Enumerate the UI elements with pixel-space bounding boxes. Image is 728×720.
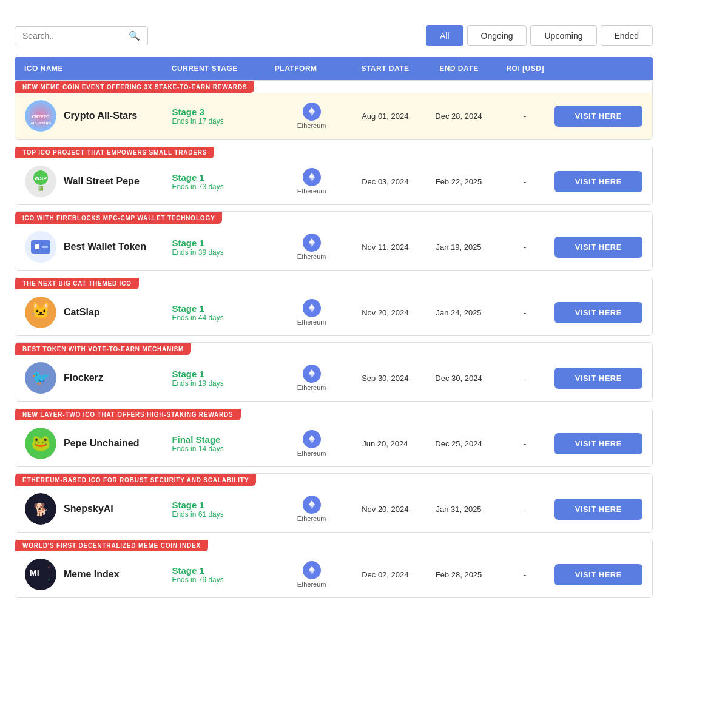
ico-logo-shepsky-ai: 🐕 bbox=[25, 493, 56, 525]
stage-label-catslap: Stage 1 bbox=[172, 303, 275, 314]
ico-name-text-catslap: CatSlap bbox=[64, 307, 100, 318]
end-date-flockerz: Dec 30, 2024 bbox=[422, 374, 495, 383]
platform-label-flockerz: Ethereum bbox=[297, 384, 326, 391]
table-row: WSP💹Wall Street PepeStage 1Ends in 73 da… bbox=[15, 158, 652, 204]
section-banner-crypto-all-stars: NEW MEME COIN EVENT OFFERING 3X STAKE-TO… bbox=[15, 81, 254, 93]
filter-upcoming-button[interactable]: Upcoming bbox=[530, 25, 596, 46]
ico-logo-flockerz: 🐦 bbox=[25, 362, 56, 394]
roi-catslap: - bbox=[496, 308, 554, 317]
section-banner-wall-street-pepe: TOP ICO PROJECT THAT EMPOWERS SMALL TRAD… bbox=[15, 147, 214, 158]
ico-logo-catslap: 🐱 bbox=[25, 297, 56, 328]
platform-label-catslap: Ethereum bbox=[297, 318, 326, 326]
visit-button-crypto-all-stars[interactable]: VISIT HERE bbox=[554, 106, 642, 127]
svg-text:🐦: 🐦 bbox=[32, 369, 50, 386]
svg-text:WSP: WSP bbox=[35, 175, 47, 181]
visit-button-wall-street-pepe[interactable]: VISIT HERE bbox=[554, 171, 642, 192]
ico-name-text-pepe-unchained: Pepe Unchained bbox=[64, 438, 139, 449]
end-date-shepsky-ai: Jan 31, 2025 bbox=[422, 505, 495, 514]
ico-name-cell-shepsky-ai: 🐕ShepskyAI bbox=[25, 493, 172, 525]
ico-name-cell-flockerz: 🐦Flockerz bbox=[25, 362, 172, 394]
ico-name-text-crypto-all-stars: Crypto All-Stars bbox=[64, 110, 137, 121]
stage-cell-meme-index: Stage 1Ends in 79 days bbox=[172, 565, 275, 584]
start-date-pepe-unchained: Jun 20, 2024 bbox=[348, 439, 422, 448]
ico-name-cell-pepe-unchained: 🐸Pepe Unchained bbox=[25, 428, 172, 459]
stage-cell-pepe-unchained: Final StageEnds in 14 days bbox=[172, 434, 275, 453]
svg-rect-17 bbox=[35, 244, 39, 249]
ico-section-pepe-unchained: NEW LAYER-TWO ICO THAT OFFERS HIGH-STAKI… bbox=[15, 408, 653, 467]
ico-section-crypto-all-stars: NEW MEME COIN EVENT OFFERING 3X STAKE-TO… bbox=[15, 80, 653, 140]
stage-ends-best-wallet-token: Ends in 39 days bbox=[172, 248, 275, 257]
platform-cell-meme-index: Ethereum bbox=[275, 561, 348, 588]
svg-text:ALL-STARS: ALL-STARS bbox=[30, 121, 51, 125]
platform-label-crypto-all-stars: Ethereum bbox=[297, 122, 326, 129]
search-icon[interactable]: 🔍 bbox=[129, 30, 140, 41]
ico-name-cell-crypto-all-stars: CRYPTOALL-STARSCrypto All-Stars bbox=[25, 100, 172, 132]
start-date-shepsky-ai: Nov 20, 2024 bbox=[348, 505, 422, 514]
visit-button-catslap[interactable]: VISIT HERE bbox=[554, 302, 642, 323]
roi-wall-street-pepe: - bbox=[496, 177, 554, 186]
stage-label-meme-index: Stage 1 bbox=[172, 565, 275, 576]
filter-ended-button[interactable]: Ended bbox=[601, 25, 653, 46]
table-row: Best Wallet TokenStage 1Ends in 39 days … bbox=[15, 224, 652, 270]
platform-cell-catslap: Ethereum bbox=[275, 299, 348, 326]
ico-section-shepsky-ai: ETHEREUM-BASED ICO FOR ROBUST SECURITY A… bbox=[15, 473, 653, 533]
stage-ends-meme-index: Ends in 79 days bbox=[172, 576, 275, 584]
header-ico-name: ICO NAME bbox=[24, 64, 172, 73]
platform-cell-wall-street-pepe: Ethereum bbox=[275, 168, 348, 195]
stage-ends-shepsky-ai: Ends in 61 days bbox=[172, 510, 275, 519]
start-date-best-wallet-token: Nov 11, 2024 bbox=[348, 243, 422, 252]
ico-logo-best-wallet-token bbox=[25, 231, 56, 263]
ico-section-meme-index: WORLD'S FIRST DECENTRALIZED MEME COIN IN… bbox=[15, 539, 653, 598]
end-date-crypto-all-stars: Dec 28, 2024 bbox=[422, 112, 495, 121]
banner-wrap-pepe-unchained: NEW LAYER-TWO ICO THAT OFFERS HIGH-STAKI… bbox=[15, 408, 652, 420]
platform-cell-crypto-all-stars: Ethereum bbox=[275, 103, 348, 129]
stage-cell-flockerz: Stage 1Ends in 19 days bbox=[172, 369, 275, 388]
svg-text:MI: MI bbox=[30, 568, 39, 577]
ico-name-text-flockerz: Flockerz bbox=[64, 372, 103, 383]
end-date-meme-index: Feb 28, 2025 bbox=[422, 570, 495, 579]
roi-flockerz: - bbox=[496, 374, 554, 383]
banner-wrap-catslap: THE NEXT BIG CAT THEMED ICO bbox=[15, 277, 652, 289]
stage-ends-flockerz: Ends in 19 days bbox=[172, 379, 275, 388]
ethereum-icon-pepe-unchained bbox=[303, 430, 321, 448]
ico-name-cell-catslap: 🐱CatSlap bbox=[25, 297, 172, 328]
stage-label-wall-street-pepe: Stage 1 bbox=[172, 172, 275, 183]
banner-wrap-meme-index: WORLD'S FIRST DECENTRALIZED MEME COIN IN… bbox=[15, 539, 652, 551]
stage-ends-crypto-all-stars: Ends in 17 days bbox=[172, 117, 275, 126]
header-action bbox=[554, 64, 643, 73]
platform-cell-pepe-unchained: Ethereum bbox=[275, 430, 348, 457]
ethereum-icon-catslap bbox=[303, 299, 321, 317]
banner-wrap-shepsky-ai: ETHEREUM-BASED ICO FOR ROBUST SECURITY A… bbox=[15, 474, 652, 486]
search-input[interactable] bbox=[22, 31, 129, 41]
start-date-catslap: Nov 20, 2024 bbox=[348, 308, 422, 317]
table-row: 🐸Pepe UnchainedFinal StageEnds in 14 day… bbox=[15, 420, 652, 466]
visit-button-shepsky-ai[interactable]: VISIT HERE bbox=[554, 499, 642, 520]
banner-wrap-crypto-all-stars: NEW MEME COIN EVENT OFFERING 3X STAKE-TO… bbox=[15, 81, 652, 93]
filter-all-button[interactable]: All bbox=[426, 25, 463, 46]
visit-button-pepe-unchained[interactable]: VISIT HERE bbox=[554, 433, 642, 454]
section-banner-meme-index: WORLD'S FIRST DECENTRALIZED MEME COIN IN… bbox=[15, 540, 208, 551]
stage-label-shepsky-ai: Stage 1 bbox=[172, 500, 275, 510]
visit-button-best-wallet-token[interactable]: VISIT HERE bbox=[554, 237, 642, 258]
platform-cell-flockerz: Ethereum bbox=[275, 365, 348, 391]
roi-shepsky-ai: - bbox=[496, 505, 554, 514]
banner-wrap-best-wallet-token: ICO WITH FIREBLOCKS MPC-CMP WALLET TECHN… bbox=[15, 212, 652, 224]
stage-cell-best-wallet-token: Stage 1Ends in 39 days bbox=[172, 238, 275, 257]
visit-button-meme-index[interactable]: VISIT HERE bbox=[554, 564, 642, 585]
visit-button-flockerz[interactable]: VISIT HERE bbox=[554, 368, 642, 389]
table-row: 🐦FlockerzStage 1Ends in 19 days Ethereum… bbox=[15, 355, 652, 401]
end-date-wall-street-pepe: Feb 22, 2025 bbox=[422, 177, 495, 186]
roi-best-wallet-token: - bbox=[496, 243, 554, 252]
ico-logo-meme-index: MI↑↓ bbox=[25, 559, 56, 590]
header-platform: PLATFORM bbox=[275, 64, 348, 73]
platform-label-pepe-unchained: Ethereum bbox=[297, 449, 326, 457]
section-banner-best-wallet-token: ICO WITH FIREBLOCKS MPC-CMP WALLET TECHN… bbox=[15, 212, 222, 224]
table-row: CRYPTOALL-STARSCrypto All-StarsStage 3En… bbox=[15, 93, 652, 139]
stage-label-best-wallet-token: Stage 1 bbox=[172, 238, 275, 248]
filter-ongoing-button[interactable]: Ongoing bbox=[467, 25, 527, 46]
section-banner-flockerz: BEST TOKEN WITH VOTE-TO-EARN MECHANISM bbox=[15, 343, 191, 355]
ico-section-catslap: THE NEXT BIG CAT THEMED ICO🐱CatSlapStage… bbox=[15, 277, 653, 336]
roi-crypto-all-stars: - bbox=[496, 112, 554, 121]
ico-list: NEW MEME COIN EVENT OFFERING 3X STAKE-TO… bbox=[15, 80, 653, 598]
stage-ends-wall-street-pepe: Ends in 73 days bbox=[172, 183, 275, 191]
